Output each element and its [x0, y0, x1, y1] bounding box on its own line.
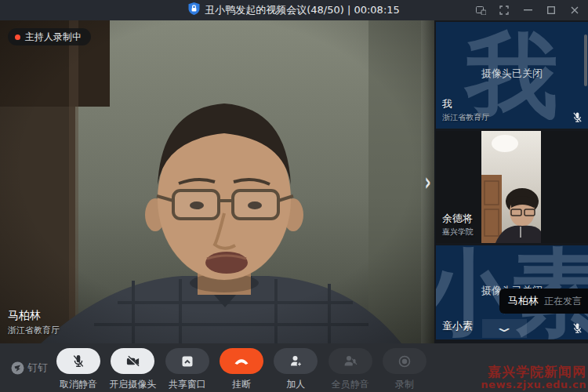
- mute-all-button[interactable]: 全员静音: [325, 348, 376, 391]
- chevron-right-icon: ›: [424, 167, 430, 197]
- participant-name: 童小素: [442, 319, 473, 333]
- sidebar-scrollbar[interactable]: [584, 34, 587, 86]
- fullscreen-icon[interactable]: [499, 5, 510, 16]
- sidebar-collapse-handle[interactable]: ›: [421, 20, 434, 343]
- scroll-down-button[interactable]: ⌄: [482, 319, 527, 338]
- participant-tile-self[interactable]: 我 摄像头已关闭 我 浙江省教育厅: [436, 22, 588, 129]
- video-conference-window: 丑小鸭发起的视频会议(48/50) | 00:08:15: [0, 0, 588, 392]
- record-icon: [398, 355, 411, 368]
- recording-dot-icon: [15, 34, 20, 40]
- speaking-toast: 马柏林 正在发言: [499, 289, 588, 314]
- share-window-button[interactable]: 共享窗口: [162, 348, 212, 391]
- recording-badge: 主持人录制中: [8, 28, 91, 45]
- speaker-org: 浙江省教育厅: [8, 325, 60, 336]
- participant-org: 嘉兴学院: [442, 227, 474, 238]
- mute-all-icon: [343, 354, 358, 368]
- hangup-button[interactable]: 挂断: [216, 348, 267, 391]
- recording-badge-label: 主持人录制中: [25, 31, 82, 44]
- close-icon[interactable]: [569, 5, 580, 16]
- add-person-icon: [289, 354, 303, 368]
- speaking-label: 正在发言: [544, 295, 582, 308]
- main-speaker-video[interactable]: 主持人录制中 马柏林 浙江省教育厅 ›: [0, 20, 434, 343]
- speaker-name: 马柏林: [8, 309, 41, 323]
- participant-name: 我: [442, 97, 452, 111]
- participant-org: 浙江省教育厅: [442, 112, 489, 123]
- unmute-button[interactable]: 取消静音: [53, 348, 103, 391]
- minimize-icon[interactable]: [522, 5, 533, 16]
- mic-muted-icon: [72, 354, 85, 368]
- record-button[interactable]: 录制: [379, 348, 430, 391]
- add-person-button[interactable]: 加人: [270, 348, 321, 391]
- title-bar: 丑小鸭发起的视频会议(48/50) | 00:08:15: [0, 0, 588, 20]
- lock-shield-icon: [188, 2, 200, 18]
- chevron-down-icon: ⌄: [494, 319, 515, 335]
- enable-camera-button[interactable]: 开启摄像头: [107, 348, 158, 391]
- participant-name: 余德将: [442, 212, 473, 226]
- mic-muted-icon: [572, 111, 583, 123]
- maximize-icon[interactable]: [546, 5, 557, 16]
- camera-off-label: 摄像头已关闭: [436, 67, 588, 81]
- meeting-title: 丑小鸭发起的视频会议(48/50) | 00:08:15: [205, 3, 400, 17]
- camera-off-icon: [125, 355, 140, 368]
- mic-muted-icon: [572, 322, 583, 334]
- participant-tile-video[interactable]: 余德将 嘉兴学院: [436, 131, 588, 243]
- watermark-title: 嘉兴学院新闻网: [481, 365, 586, 380]
- speaking-name: 马柏林: [508, 294, 539, 308]
- speaker-video-feed: [0, 20, 434, 343]
- hangup-icon: [234, 358, 249, 365]
- share-window-icon: [181, 355, 194, 368]
- brand-label: 钉钉: [27, 361, 48, 375]
- participant-video-feed: [481, 131, 541, 243]
- dingtalk-logo-icon: [11, 361, 24, 375]
- site-watermark: 嘉兴学院新闻网 news.zjxu.edu.cn: [481, 365, 586, 391]
- pip-icon[interactable]: [475, 5, 486, 16]
- participants-sidebar: 我 摄像头已关闭 我 浙江省教育厅: [436, 20, 588, 343]
- watermark-url: news.zjxu.edu.cn: [481, 379, 586, 391]
- dingtalk-brand: 钉钉: [11, 343, 48, 392]
